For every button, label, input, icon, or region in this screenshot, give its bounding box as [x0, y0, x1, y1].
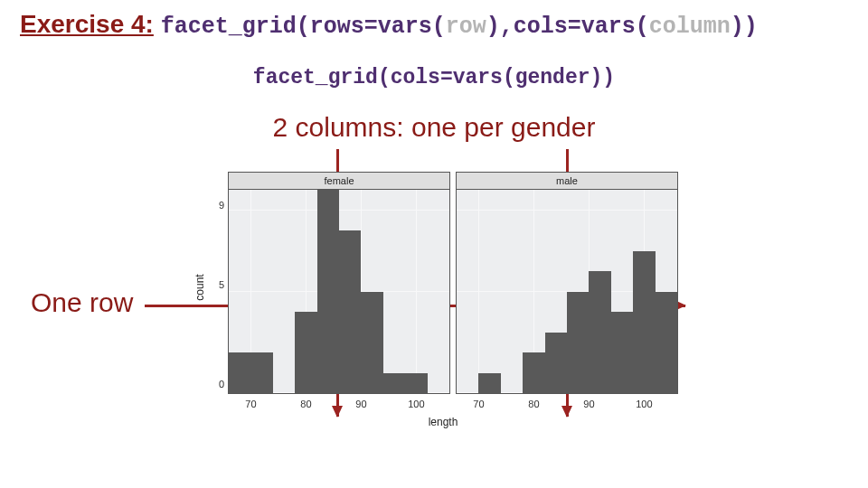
facet-chart: count length 0 5 9 female708090100male70… — [208, 172, 678, 425]
y-tick: 9 — [210, 200, 224, 211]
title-code: facet_grid(rows=vars(row),cols=vars(colu… — [161, 14, 758, 40]
plot-area: 708090100 — [456, 189, 678, 394]
x-tick: 80 — [300, 399, 311, 409]
facet-strip-label: male — [456, 172, 678, 189]
plot-area: 708090100 — [228, 189, 450, 394]
histogram-bar — [295, 312, 316, 393]
x-tick: 100 — [636, 399, 652, 409]
histogram-bar — [383, 373, 405, 394]
histogram-bar — [611, 312, 633, 393]
histogram-bar — [633, 251, 655, 394]
y-tick: 5 — [210, 279, 224, 290]
x-tick: 70 — [473, 399, 484, 409]
x-tick: 100 — [408, 399, 424, 409]
exercise-label: Exercise 4: — [20, 10, 154, 38]
one-row-label: One row — [31, 287, 133, 318]
facet-strip-label: female — [228, 172, 450, 189]
x-tick: 90 — [355, 399, 366, 409]
histogram-bar — [405, 373, 427, 394]
subtitle-code: facet_grid(cols=vars(gender)) — [0, 66, 868, 89]
histogram-bar — [545, 333, 567, 394]
x-tick: 90 — [583, 399, 594, 409]
histogram-bar — [250, 352, 272, 393]
histogram-bar — [523, 352, 544, 393]
histogram-bar — [656, 292, 677, 394]
x-axis-label: length — [208, 416, 678, 428]
facet-panel: female708090100 — [228, 172, 450, 394]
histogram-bar — [229, 352, 250, 393]
x-tick: 70 — [245, 399, 256, 409]
y-tick: 0 — [210, 379, 224, 389]
histogram-bar — [478, 373, 500, 394]
histogram-bar — [589, 271, 610, 393]
facet-panel: male708090100 — [456, 172, 678, 394]
histogram-bar — [361, 292, 382, 394]
histogram-bar — [317, 190, 339, 393]
histogram-bar — [567, 292, 589, 394]
slide-title: Exercise 4: facet_grid(rows=vars(row),co… — [20, 9, 859, 42]
histogram-bar — [339, 230, 361, 393]
y-axis-label: count — [192, 172, 208, 403]
x-tick: 80 — [528, 399, 539, 409]
columns-caption: 2 columns: one per gender — [0, 112, 868, 143]
